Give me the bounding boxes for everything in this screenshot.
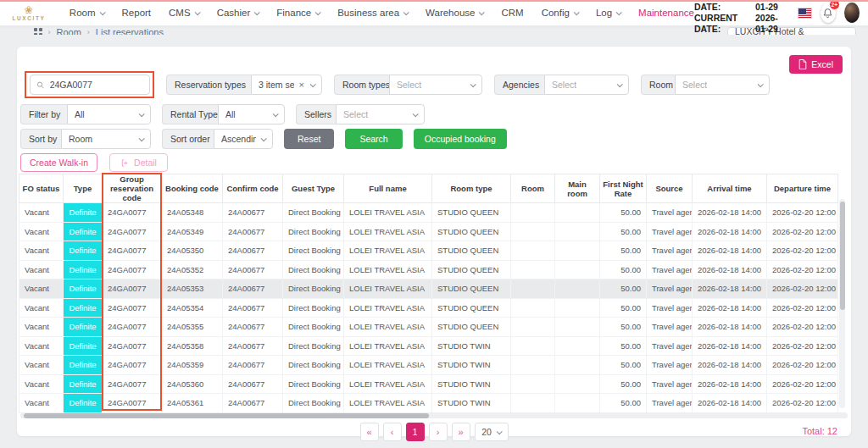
reservation-type-badge: Definite: [64, 318, 103, 337]
brand-logo[interactable]: ❀ LUXCITY: [0, 4, 58, 21]
nav-menu-item-room[interactable]: Room: [70, 8, 104, 18]
cell-room-type: STUDIO TWIN: [432, 356, 511, 375]
nav-menu-item-cms[interactable]: CMS: [169, 8, 199, 18]
search-button[interactable]: Search: [345, 129, 402, 149]
cell-guest-type: Direct Booking: [283, 260, 344, 279]
table-row[interactable]: VacantDefinite24GA007724A0535324A00677Di…: [19, 279, 838, 299]
filter-group-sort-order: Sort order Ascending: [162, 129, 273, 149]
search-input[interactable]: [50, 80, 143, 90]
cell-guest-type: Direct Booking: [283, 298, 344, 318]
reset-button[interactable]: Reset: [284, 129, 334, 149]
detail-arrow-icon: [120, 158, 130, 168]
filter-group-room: Room Select: [641, 75, 770, 95]
pagination-first-button[interactable]: «: [360, 423, 379, 441]
cell-main-room: [555, 394, 600, 413]
pagination-prev-button[interactable]: ‹: [383, 423, 402, 441]
cell-arrival-time: 2026-02-18 14:00: [693, 374, 767, 394]
table-row[interactable]: VacantDefinite24GA007724A0536124A00677Di…: [19, 394, 838, 413]
nav-menu-item-report[interactable]: Report: [122, 8, 152, 18]
cell-confirm-code: 24A00677: [223, 318, 283, 337]
filter-select[interactable]: All: [67, 104, 151, 124]
filter-select[interactable]: Select: [544, 75, 629, 95]
nav-menu-item-finance[interactable]: Finance: [276, 8, 320, 18]
nav-menu-item-cashier[interactable]: Cashier: [217, 8, 259, 18]
filter-select[interactable]: Select: [336, 104, 425, 124]
nav-menu-item-label: Log: [596, 8, 612, 18]
cell-guest-type: Direct Booking: [283, 394, 344, 413]
cell-source: Travel agent: [647, 298, 693, 318]
nav-menu-item-label: Maintenance: [638, 8, 694, 18]
create-walkin-button[interactable]: Create Walk-in: [20, 153, 97, 172]
cell-guest-type: Direct Booking: [283, 203, 344, 223]
home-grid-icon[interactable]: [34, 28, 42, 35]
table-row[interactable]: VacantDefinite24GA007724A0536024A00677Di…: [19, 374, 838, 394]
nav-menu-item-business-area[interactable]: Business area: [337, 8, 408, 18]
filter-select[interactable]: All: [218, 104, 285, 124]
table-row[interactable]: VacantDefinite24GA007724A0535824A00677Di…: [19, 336, 838, 356]
nav-menu-item-crm[interactable]: CRM: [501, 8, 523, 18]
nav-menu-item-label: Warehouse: [426, 8, 475, 18]
top-navbar: ❀ LUXCITY Room Report CMS Cashier Financ…: [0, 0, 868, 26]
cell-confirm-code: 24A00677: [223, 222, 283, 241]
page-size-select[interactable]: 20: [475, 423, 509, 441]
nav-menu-item-warehouse[interactable]: Warehouse: [426, 8, 483, 18]
notifications-button[interactable]: 2+: [821, 3, 836, 23]
date-info: AUDIT DATE: 2026-01-29 CURRENT DATE: 202…: [694, 0, 789, 35]
cell-full-name: LOLEI TRAVEL ASIA: [344, 394, 432, 413]
table-row[interactable]: VacantDefinite24GA007724A0534824A00677Di…: [19, 203, 838, 223]
filter-label: Sort order: [162, 129, 214, 149]
table-row[interactable]: VacantDefinite24GA007724A0535524A00677Di…: [19, 318, 838, 337]
filter-select[interactable]: Select: [675, 75, 770, 95]
occupied-booking-button[interactable]: Occupied booking: [414, 129, 507, 149]
cell-guest-type: Direct Booking: [283, 318, 344, 337]
cell-departure-time: 2026-02-20 12:00: [767, 241, 838, 261]
filter-label: Agencies: [494, 75, 544, 95]
cell-arrival-time: 2026-02-18 14:00: [693, 336, 767, 356]
cell-booking-code: 24A05349: [162, 222, 223, 241]
nav-menu-item-log[interactable]: Log: [596, 8, 620, 18]
chevron-down-icon: [315, 9, 321, 15]
cell-confirm-code: 24A00677: [223, 203, 283, 223]
cell-main-room: [555, 374, 600, 394]
pagination-page-1-button[interactable]: 1: [406, 423, 425, 441]
vertical-scrollbar-thumb[interactable]: [840, 202, 845, 310]
breadcrumb-item-room[interactable]: Room: [57, 27, 81, 35]
user-avatar[interactable]: [844, 3, 860, 23]
horizontal-scrollbar-thumb[interactable]: [24, 413, 429, 418]
filter-label: Room: [641, 75, 675, 95]
cell-booking-code: 24A05355: [162, 318, 223, 337]
table-row[interactable]: VacantDefinite24GA007724A0535924A00677Di…: [19, 356, 838, 375]
cell-fo-status: Vacant: [19, 260, 64, 279]
pagination-last-button[interactable]: »: [452, 423, 470, 441]
filter-select[interactable]: Ascending: [214, 129, 273, 149]
reservation-type-badge: Definite: [64, 241, 103, 261]
cell-fo-status: Vacant: [19, 394, 64, 413]
export-excel-button[interactable]: Excel: [789, 55, 843, 74]
cell-room-type: STUDIO QUEEN: [432, 260, 511, 279]
filter-select[interactable]: 3 item selected ×: [251, 75, 322, 95]
cell-departure-time: 2026-02-20 12:00: [767, 298, 838, 318]
table-row[interactable]: VacantDefinite24GA007724A0535024A00677Di…: [19, 241, 838, 261]
nav-menu-item-config[interactable]: Config: [542, 8, 578, 18]
chevron-down-icon: [310, 81, 316, 87]
filter-select[interactable]: Room: [61, 129, 151, 149]
cell-first-night-rate: 50.00: [600, 222, 647, 241]
language-flag-us[interactable]: [798, 8, 812, 19]
nav-menu-item-maintenance[interactable]: Maintenance: [638, 8, 694, 18]
filter-select-value: Select: [682, 80, 707, 90]
cell-first-night-rate: 50.00: [600, 336, 647, 356]
export-excel-label: Excel: [811, 59, 833, 69]
detail-button[interactable]: Detail: [109, 153, 168, 172]
cell-fo-status: Vacant: [19, 298, 64, 318]
cell-booking-code: 24A05359: [162, 356, 223, 375]
filter-select[interactable]: Select: [389, 75, 482, 95]
table-row[interactable]: VacantDefinite24GA007724A0534924A00677Di…: [19, 222, 838, 241]
table-row[interactable]: VacantDefinite24GA007724A0535424A00677Di…: [19, 298, 838, 318]
table-row[interactable]: VacantDefinite24GA007724A0535224A00677Di…: [19, 260, 838, 279]
pagination-next-button[interactable]: ›: [429, 423, 448, 441]
search-icon: [36, 80, 45, 90]
cell-room: [511, 298, 555, 318]
clear-icon[interactable]: ×: [299, 80, 304, 90]
cell-guest-type: Direct Booking: [283, 356, 344, 375]
breadcrumb-item-list-reservations[interactable]: List reservations: [96, 27, 164, 35]
